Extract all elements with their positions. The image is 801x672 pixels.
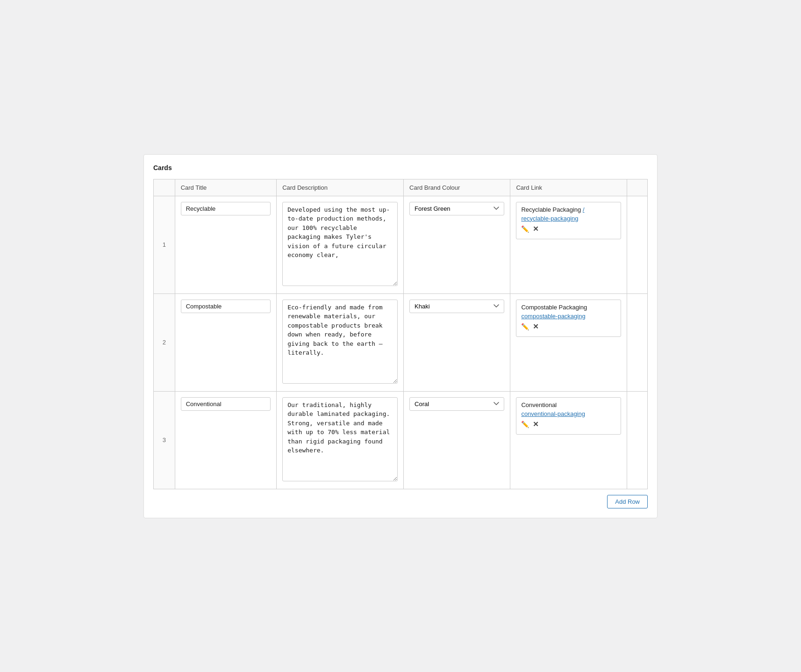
link-box: Recyclable Packaging /recyclable-packagi… [516,202,621,239]
title-cell [175,196,276,293]
title-cell [175,391,276,489]
link-title: Recyclable Packaging [521,206,583,213]
link-top-line: Recyclable Packaging / [521,206,616,213]
link-title: Conventional [521,401,558,408]
row-empty-cell [627,293,648,391]
description-cell: Our traditional, highly durable laminate… [277,391,404,489]
edit-link-icon[interactable]: ✏️ [521,323,529,330]
add-row-container: Add Row [153,495,648,508]
link-top-line: Compostable Packaging [521,304,616,311]
header-link: Card Link [510,179,627,196]
card-colour-select[interactable]: Forest GreenKhakiCoral [409,202,504,215]
header-description: Card Description [277,179,404,196]
row-empty-cell [627,391,648,489]
delete-link-icon[interactable]: ✕ [533,225,539,233]
delete-link-icon[interactable]: ✕ [533,322,539,331]
header-colour: Card Brand Colour [404,179,510,196]
link-cell: Compostable Packaging compostable-packag… [510,293,627,391]
card-colour-select[interactable]: Forest GreenKhakiCoral [409,300,504,313]
link-url[interactable]: recyclable-packaging [521,215,578,222]
link-box: Conventional conventional-packaging✏️✕ [516,397,621,435]
link-cell: Conventional conventional-packaging✏️✕ [510,391,627,489]
table-row: 1Developed using the most up-to-date pro… [154,196,648,293]
description-cell: Eco-friendly and made from renewable mat… [277,293,404,391]
row-empty-cell [627,196,648,293]
link-cell: Recyclable Packaging /recyclable-packagi… [510,196,627,293]
link-box: Compostable Packaging compostable-packag… [516,300,621,337]
card-description-textarea[interactable]: Our traditional, highly durable laminate… [282,397,398,481]
cards-table: Card Title Card Description Card Brand C… [153,179,648,489]
card-title-input[interactable] [181,300,271,313]
header-title: Card Title [175,179,276,196]
add-row-button[interactable]: Add Row [607,495,648,508]
row-number: 3 [154,391,175,489]
row-number: 2 [154,293,175,391]
edit-link-icon[interactable]: ✏️ [521,421,529,428]
colour-cell: Forest GreenKhakiCoral [404,293,510,391]
description-cell: Developed using the most up-to-date prod… [277,196,404,293]
card-title-input[interactable] [181,202,271,215]
table-row: 3Our traditional, highly durable laminat… [154,391,648,489]
link-separator: / [583,206,585,213]
header-number [154,179,175,196]
link-actions: ✏️✕ [521,322,616,331]
link-actions: ✏️✕ [521,225,616,233]
panel-title: Cards [153,164,648,172]
link-top-line: Conventional [521,401,616,408]
title-cell [175,293,276,391]
card-description-textarea[interactable]: Eco-friendly and made from renewable mat… [282,300,398,384]
header-empty [627,179,648,196]
link-actions: ✏️✕ [521,420,616,429]
colour-cell: Forest GreenKhakiCoral [404,196,510,293]
colour-cell: Forest GreenKhakiCoral [404,391,510,489]
edit-link-icon[interactable]: ✏️ [521,225,529,233]
table-row: 2Eco-friendly and made from renewable ma… [154,293,648,391]
link-url[interactable]: compostable-packaging [521,313,585,320]
cards-panel: Cards Card Title Card Description Card B… [143,154,658,518]
card-description-textarea[interactable]: Developed using the most up-to-date prod… [282,202,398,286]
card-colour-select[interactable]: Forest GreenKhakiCoral [409,397,504,411]
link-url[interactable]: conventional-packaging [521,410,585,417]
link-title: Compostable Packaging [521,304,589,311]
card-title-input[interactable] [181,397,271,411]
row-number: 1 [154,196,175,293]
delete-link-icon[interactable]: ✕ [533,420,539,429]
